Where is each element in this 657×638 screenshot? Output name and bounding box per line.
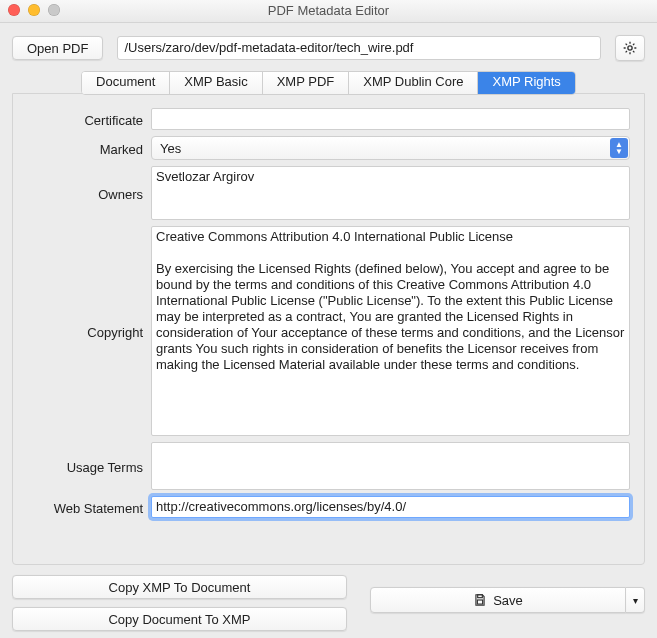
- open-pdf-button[interactable]: Open PDF: [12, 36, 103, 60]
- label-usage-terms: Usage Terms: [27, 458, 151, 475]
- window-title: PDF Metadata Editor: [268, 3, 389, 18]
- left-button-stack: Copy XMP To Document Copy Document To XM…: [12, 575, 317, 631]
- web-statement-input[interactable]: http://creativecommons.org/licenses/by/4…: [151, 496, 630, 518]
- save-button-group: Save ▾: [370, 587, 645, 613]
- svg-rect-1: [478, 595, 483, 598]
- file-path-text: /Users/zaro/dev/pdf-metadata-editor/tech…: [124, 40, 413, 55]
- save-icon: [473, 593, 487, 607]
- copy-document-to-xmp-label: Copy Document To XMP: [108, 612, 250, 627]
- copy-document-to-xmp-button[interactable]: Copy Document To XMP: [12, 607, 347, 631]
- label-certificate: Certificate: [27, 111, 151, 128]
- marked-value: Yes: [160, 141, 181, 156]
- copy-xmp-to-document-button[interactable]: Copy XMP To Document: [12, 575, 347, 599]
- window-controls: [8, 4, 60, 16]
- tab-xmp-rights[interactable]: XMP Rights: [478, 72, 574, 94]
- label-web-statement: Web Statement: [27, 499, 151, 516]
- row-marked: Marked Yes ▲▼: [27, 136, 630, 160]
- tab-label: XMP Rights: [492, 74, 560, 89]
- gear-icon: [622, 40, 638, 56]
- copyright-value: Creative Commons Attribution 4.0 Interna…: [156, 229, 628, 372]
- tab-document[interactable]: Document: [82, 72, 170, 94]
- tab-label: XMP Basic: [184, 74, 247, 89]
- svg-point-0: [628, 46, 632, 50]
- close-window-button[interactable]: [8, 4, 20, 16]
- titlebar: PDF Metadata Editor: [0, 0, 657, 23]
- maximize-window-button[interactable]: [48, 4, 60, 16]
- save-button[interactable]: Save: [370, 587, 626, 613]
- tab-xmp-basic[interactable]: XMP Basic: [170, 72, 262, 94]
- marked-select[interactable]: Yes ▲▼: [151, 136, 630, 160]
- tab-label: XMP Dublin Core: [363, 74, 463, 89]
- minimize-window-button[interactable]: [28, 4, 40, 16]
- form-panel: Certificate Marked Yes ▲▼ Owners Svetloz…: [12, 93, 645, 565]
- copy-xmp-to-document-label: Copy XMP To Document: [109, 580, 251, 595]
- usage-terms-input[interactable]: [151, 442, 630, 490]
- label-copyright: Copyright: [27, 323, 151, 340]
- save-dropdown-button[interactable]: ▾: [626, 587, 645, 613]
- owners-input[interactable]: Svetlozar Argirov: [151, 166, 630, 220]
- tab-xmp-dublin-core[interactable]: XMP Dublin Core: [349, 72, 478, 94]
- owners-value: Svetlozar Argirov: [156, 169, 254, 184]
- tab-label: Document: [96, 74, 155, 89]
- label-marked: Marked: [27, 140, 151, 157]
- svg-rect-2: [478, 600, 483, 604]
- web-statement-value: http://creativecommons.org/licenses/by/4…: [156, 499, 406, 514]
- row-certificate: Certificate: [27, 108, 630, 130]
- file-row: Open PDF /Users/zaro/dev/pdf-metadata-ed…: [12, 31, 645, 65]
- row-web-statement: Web Statement http://creativecommons.org…: [27, 496, 630, 518]
- select-arrows-icon: ▲▼: [610, 138, 628, 158]
- certificate-input[interactable]: [151, 108, 630, 130]
- row-usage-terms: Usage Terms: [27, 442, 630, 490]
- tab-group: Document XMP Basic XMP PDF XMP Dublin Co…: [81, 71, 576, 95]
- row-copyright: Copyright Creative Commons Attribution 4…: [27, 226, 630, 436]
- label-owners: Owners: [27, 185, 151, 202]
- save-label: Save: [493, 593, 523, 608]
- file-path-field[interactable]: /Users/zaro/dev/pdf-metadata-editor/tech…: [117, 36, 601, 60]
- open-pdf-label: Open PDF: [27, 41, 88, 56]
- tab-xmp-pdf[interactable]: XMP PDF: [263, 72, 350, 94]
- row-owners: Owners Svetlozar Argirov: [27, 166, 630, 220]
- chevron-down-icon: ▾: [633, 595, 638, 606]
- bottom-bar: Copy XMP To Document Copy Document To XM…: [12, 575, 645, 631]
- tab-bar: Document XMP Basic XMP PDF XMP Dublin Co…: [12, 71, 645, 93]
- content-area: Open PDF /Users/zaro/dev/pdf-metadata-ed…: [0, 23, 657, 638]
- settings-button[interactable]: [615, 35, 645, 61]
- tab-label: XMP PDF: [277, 74, 335, 89]
- copyright-input[interactable]: Creative Commons Attribution 4.0 Interna…: [151, 226, 630, 436]
